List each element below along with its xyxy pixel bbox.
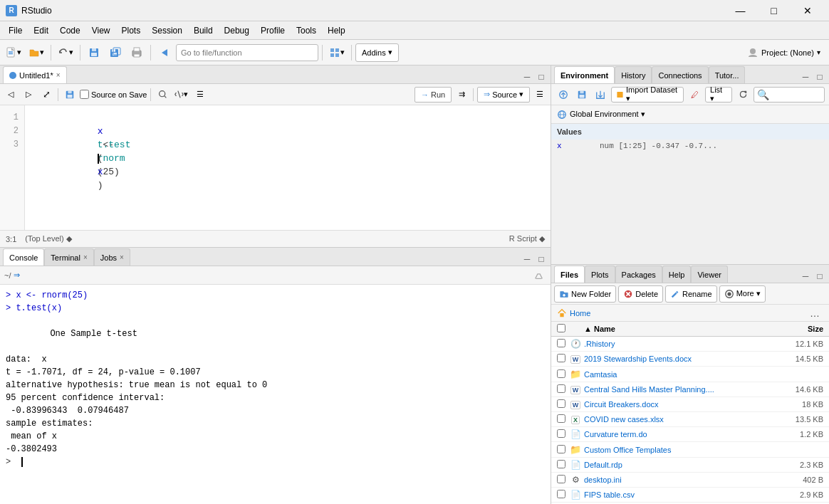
file-name-defaultrdp[interactable]: Default.rdp xyxy=(584,461,774,469)
editor-tab-close-button[interactable]: × xyxy=(56,71,61,79)
menu-debug[interactable]: Debug xyxy=(219,23,255,38)
file-checkbox-circuit[interactable] xyxy=(557,399,567,409)
col-name-header[interactable]: ▲ Name xyxy=(584,325,777,333)
terminal-tab-close[interactable]: × xyxy=(83,253,88,261)
menu-view[interactable]: View xyxy=(86,23,116,38)
list-view-button[interactable]: List ▾ xyxy=(705,87,732,103)
more-button[interactable]: More ▾ xyxy=(719,285,766,303)
editor-tab-untitled1[interactable]: Untitled1* × xyxy=(3,66,67,83)
file-name-stewardship[interactable]: 2019 Stewardship Events.docx xyxy=(584,355,774,363)
tab-viewer[interactable]: Viewer xyxy=(691,266,727,283)
tab-jobs[interactable]: Jobs × xyxy=(94,248,130,266)
file-name-rhistory[interactable]: .Rhistory xyxy=(584,340,774,348)
file-checkbox-centralsand[interactable] xyxy=(557,384,567,394)
file-name-centralsand[interactable]: Central Sand Hills Master Planning.... xyxy=(584,385,774,394)
tab-tutorial[interactable]: Tutor... xyxy=(709,66,746,83)
breadcrumb-more-button[interactable]: … xyxy=(806,305,823,322)
env-clear-button[interactable]: 🖊 xyxy=(687,87,702,103)
menu-file[interactable]: File xyxy=(3,23,28,38)
menu-build[interactable]: Build xyxy=(188,23,219,38)
file-checkbox-desktopini[interactable] xyxy=(557,475,567,485)
menu-tools[interactable]: Tools xyxy=(291,23,322,38)
console-maximize-button[interactable]: □ xyxy=(535,253,548,266)
col-size-header[interactable]: Size xyxy=(777,325,823,333)
home-breadcrumb-label[interactable]: Home xyxy=(570,309,590,317)
file-checkbox-covid[interactable] xyxy=(557,414,567,424)
source-on-save-label[interactable]: Source on Save xyxy=(80,90,147,99)
undo-button[interactable]: ▾ xyxy=(55,43,76,63)
file-checkbox-customoffice[interactable] xyxy=(557,445,567,455)
maximize-button[interactable]: □ xyxy=(758,0,790,21)
delete-button[interactable]: Delete xyxy=(618,285,663,303)
menu-help[interactable]: Help xyxy=(322,23,351,38)
file-name-fipstable[interactable]: FIPS table.csv xyxy=(584,490,774,499)
grid-button[interactable]: ▾ xyxy=(326,43,348,63)
tab-console[interactable]: Console xyxy=(3,248,44,266)
jobs-tab-close[interactable]: × xyxy=(120,253,124,261)
file-name-curvature[interactable]: Curvature term.do xyxy=(584,430,774,439)
env-refresh-button[interactable] xyxy=(735,87,751,103)
tab-environment[interactable]: Environment xyxy=(554,66,615,83)
tab-packages[interactable]: Packages xyxy=(615,266,662,283)
tab-plots[interactable]: Plots xyxy=(585,266,615,283)
show-in-new-button[interactable]: ⤢ xyxy=(38,87,54,103)
save-button[interactable] xyxy=(84,43,104,63)
file-checkbox-defaultrdp[interactable] xyxy=(557,460,567,470)
new-folder-button[interactable]: New Folder xyxy=(554,285,616,303)
tab-help[interactable]: Help xyxy=(662,266,692,283)
editor-minimize-button[interactable]: ─ xyxy=(521,70,533,83)
source-button[interactable]: ⇒ Source ▾ xyxy=(477,87,530,103)
file-name-customoffice[interactable]: Custom Office Templates xyxy=(584,446,774,454)
select-all-checkbox[interactable] xyxy=(557,324,565,332)
env-save-button[interactable] xyxy=(574,87,590,103)
env-maximize-button[interactable]: □ xyxy=(813,70,826,83)
rename-button[interactable]: Rename xyxy=(665,285,717,303)
menu-session[interactable]: Session xyxy=(146,23,188,38)
editor-extra-button[interactable]: ☰ xyxy=(532,87,548,103)
minimize-button[interactable]: — xyxy=(724,0,756,21)
menu-edit[interactable]: Edit xyxy=(28,23,54,38)
editor-maximize-button[interactable]: □ xyxy=(535,70,548,83)
file-name-camtasia[interactable]: Camtasia xyxy=(584,370,774,379)
env-load-button[interactable] xyxy=(556,87,571,103)
save-editor-button[interactable] xyxy=(62,87,78,103)
env-import-help-button[interactable] xyxy=(593,87,608,103)
files-minimize-button[interactable]: ─ xyxy=(799,270,812,283)
file-checkbox-stewardship[interactable] xyxy=(557,354,567,364)
save-all-button[interactable] xyxy=(105,43,125,63)
global-env-label[interactable]: Global Environment ▾ xyxy=(570,110,645,119)
goto-input[interactable] xyxy=(176,44,318,61)
console-clear-button[interactable] xyxy=(531,268,546,283)
find-button[interactable] xyxy=(155,87,170,103)
import-dataset-button[interactable]: Import Dataset ▾ xyxy=(611,87,684,103)
code-tools-button[interactable]: ▾ xyxy=(172,87,190,103)
tab-terminal[interactable]: Terminal × xyxy=(44,248,93,266)
menu-plots[interactable]: Plots xyxy=(116,23,147,38)
print-button[interactable] xyxy=(127,43,147,63)
back-button[interactable]: ◁ xyxy=(3,87,19,103)
console-minimize-button[interactable]: ─ xyxy=(521,253,533,266)
editor-menu-button[interactable]: ☰ xyxy=(192,87,208,103)
file-checkbox-fipstable[interactable] xyxy=(557,490,567,500)
menu-code[interactable]: Code xyxy=(54,23,86,38)
env-minimize-button[interactable]: ─ xyxy=(799,70,812,83)
open-file-button[interactable]: ▾ xyxy=(26,43,47,63)
files-maximize-button[interactable]: □ xyxy=(813,270,826,283)
goto-button[interactable] xyxy=(155,43,174,63)
close-button[interactable]: ✕ xyxy=(791,0,823,21)
source-on-save-checkbox[interactable] xyxy=(80,90,89,99)
file-name-covid[interactable]: COVID new cases.xlsx xyxy=(584,415,774,424)
tab-history[interactable]: History xyxy=(615,66,652,83)
console-content[interactable]: > x <- rnorm(25) > t.test(x) One Sample … xyxy=(0,285,551,504)
forward-button[interactable]: ▷ xyxy=(21,87,36,103)
file-checkbox-curvature[interactable] xyxy=(557,429,567,439)
run-button[interactable]: → Run xyxy=(414,87,452,103)
menu-profile[interactable]: Profile xyxy=(255,23,291,38)
file-name-circuit[interactable]: Circuit Breakers.docx xyxy=(584,400,774,409)
code-content[interactable]: x <- rnorm (25) t.test ( x ) xyxy=(25,105,551,230)
file-checkbox-camtasia[interactable] xyxy=(557,369,567,379)
run-nav-button[interactable]: ⇉ xyxy=(454,87,469,103)
file-checkbox-rhistory[interactable] xyxy=(557,339,567,349)
addins-button[interactable]: Addins ▾ xyxy=(355,43,399,62)
new-file-button[interactable]: ▾ xyxy=(3,43,24,63)
